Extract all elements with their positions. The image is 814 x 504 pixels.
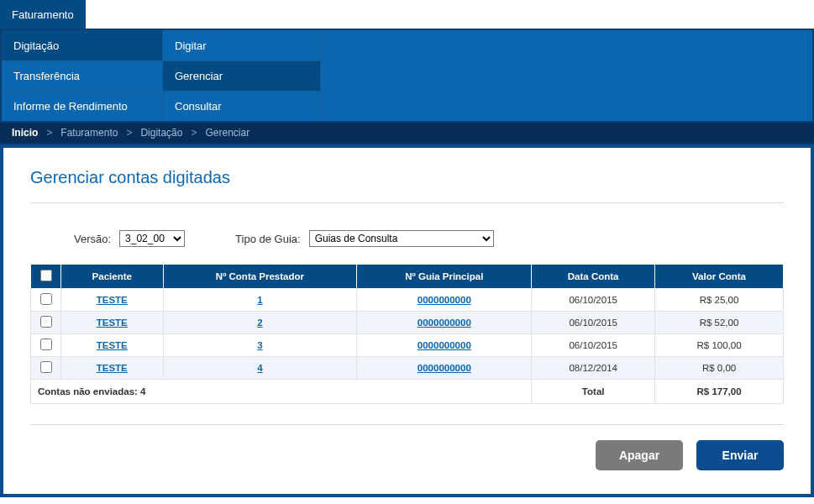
row-checkbox-cell	[31, 312, 61, 334]
cell-valor-conta: R$ 52,00	[655, 312, 784, 334]
menu-item-digitacao[interactable]: Digitação	[2, 30, 163, 60]
versao-select[interactable]: 3_02_00	[119, 230, 185, 247]
footer-total-value: R$ 177,00	[655, 380, 784, 404]
paciente-link[interactable]: TESTE	[97, 318, 128, 328]
cell-valor-conta: R$ 25,00	[655, 289, 784, 312]
footer-total-label: Total	[532, 380, 655, 404]
chevron-right-icon: >	[46, 127, 52, 139]
guia-principal-link[interactable]: 0000000000	[418, 363, 471, 373]
paciente-link[interactable]: TESTE	[97, 340, 128, 350]
menu-item-consultar[interactable]: Consultar	[163, 91, 321, 121]
table-row: TESTE2000000000006/10/2015R$ 52,00	[31, 312, 784, 334]
cell-guia-principal: 0000000000	[357, 312, 532, 334]
filters-row: Versão: 3_02_00 Tipo de Guia: Guias de C…	[74, 230, 784, 247]
cell-valor-conta: R$ 100,00	[655, 334, 784, 357]
row-checkbox-cell	[31, 334, 61, 357]
header-guia-principal: Nº Guia Principal	[357, 265, 532, 289]
divider	[30, 202, 784, 203]
enviar-button[interactable]: Enviar	[696, 440, 784, 470]
table-row: TESTE4000000000008/12/2014R$ 0,00	[31, 357, 784, 380]
row-checkbox[interactable]	[40, 361, 52, 373]
cell-guia-principal: 0000000000	[357, 357, 532, 380]
paciente-link[interactable]: TESTE	[97, 295, 128, 305]
versao-label: Versão:	[74, 233, 111, 245]
cell-paciente: TESTE	[61, 334, 164, 357]
cell-paciente: TESTE	[61, 312, 164, 334]
breadcrumb: Inicio > Faturamento > Digitação > Geren…	[0, 123, 814, 144]
conta-prestador-link[interactable]: 4	[257, 363, 262, 373]
breadcrumb-root[interactable]: Inicio	[12, 127, 38, 139]
cell-conta-prestador: 4	[163, 357, 357, 380]
row-checkbox-cell	[31, 357, 61, 380]
apagar-button[interactable]: Apagar	[596, 440, 683, 470]
divider	[30, 424, 784, 425]
conta-prestador-link[interactable]: 3	[257, 340, 262, 350]
menu-item-informe-rendimento[interactable]: Informe de Rendimento	[2, 91, 163, 121]
cell-conta-prestador: 3	[163, 334, 357, 357]
cell-conta-prestador: 2	[163, 312, 357, 334]
tipo-guia-label: Tipo de Guia:	[235, 233, 301, 245]
cell-conta-prestador: 1	[163, 289, 357, 312]
contas-table: Paciente Nº Conta Prestador Nº Guia Prin…	[30, 264, 784, 404]
select-all-checkbox[interactable]	[40, 270, 52, 281]
header-paciente: Paciente	[61, 265, 164, 289]
tipo-guia-select[interactable]: Guias de Consulta	[309, 230, 494, 247]
cell-valor-conta: R$ 0,00	[655, 357, 784, 380]
guia-principal-link[interactable]: 0000000000	[418, 295, 471, 305]
menu-item-transferencia[interactable]: Transferência	[2, 60, 163, 91]
breadcrumb-item[interactable]: Gerenciar	[205, 127, 249, 139]
menu-bar: DigitaçãoTransferênciaInforme de Rendime…	[0, 29, 814, 123]
filter-versao: Versão: 3_02_00	[74, 230, 185, 247]
row-checkbox-cell	[31, 289, 61, 312]
breadcrumb-item[interactable]: Digitação	[140, 127, 182, 139]
cell-data-conta: 08/12/2014	[532, 357, 655, 380]
chevron-right-icon: >	[126, 127, 132, 139]
conta-prestador-link[interactable]: 2	[257, 318, 262, 328]
menu-item-digitar[interactable]: Digitar	[163, 30, 321, 60]
menu-item-gerenciar[interactable]: Gerenciar	[163, 60, 321, 91]
table-row: TESTE3000000000006/10/2015R$ 100,00	[31, 334, 784, 357]
filter-tipo-guia: Tipo de Guia: Guias de Consulta	[235, 230, 494, 247]
cell-data-conta: 06/10/2015	[532, 312, 655, 334]
guia-principal-link[interactable]: 0000000000	[418, 340, 471, 350]
row-checkbox[interactable]	[40, 293, 52, 305]
page-title: Gerenciar contas digitadas	[30, 168, 784, 187]
cell-data-conta: 06/10/2015	[532, 334, 655, 357]
menu-column-2: DigitarGerenciarConsultar	[163, 30, 321, 121]
paciente-link[interactable]: TESTE	[97, 363, 128, 373]
top-tabs: Faturamento	[0, 0, 814, 29]
cell-paciente: TESTE	[61, 289, 164, 312]
cell-paciente: TESTE	[61, 357, 164, 380]
cell-guia-principal: 0000000000	[357, 334, 532, 357]
cell-data-conta: 06/10/2015	[532, 289, 655, 312]
conta-prestador-link[interactable]: 1	[257, 295, 262, 305]
table-row: TESTE1000000000006/10/2015R$ 25,00	[31, 289, 784, 312]
row-checkbox[interactable]	[40, 316, 52, 328]
header-data-conta: Data Conta	[532, 265, 655, 289]
header-valor-conta: Valor Conta	[655, 265, 784, 289]
action-bar: Apagar Enviar	[30, 440, 784, 470]
content-frame: Gerenciar contas digitadas Versão: 3_02_…	[0, 144, 814, 497]
row-checkbox[interactable]	[40, 339, 52, 350]
chevron-right-icon: >	[191, 127, 197, 139]
guia-principal-link[interactable]: 0000000000	[418, 318, 471, 328]
footer-count: Contas não enviadas: 4	[31, 380, 532, 404]
header-conta-prestador: Nº Conta Prestador	[163, 265, 357, 289]
cell-guia-principal: 0000000000	[357, 289, 532, 312]
menu-column-1: DigitaçãoTransferênciaInforme de Rendime…	[2, 30, 163, 121]
tab-faturamento[interactable]: Faturamento	[0, 0, 86, 29]
breadcrumb-item[interactable]: Faturamento	[60, 127, 118, 139]
header-checkbox-cell	[31, 265, 61, 289]
